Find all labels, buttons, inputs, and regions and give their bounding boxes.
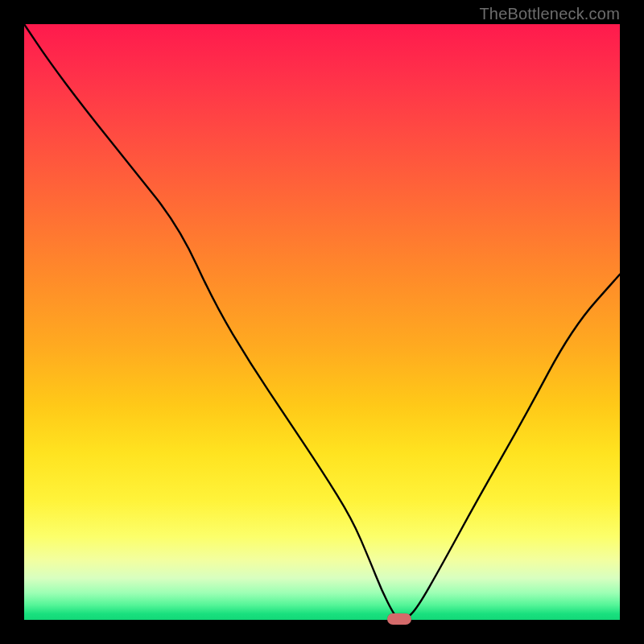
watermark-text: TheBottleneck.com xyxy=(479,5,620,23)
plot-area xyxy=(24,24,620,620)
bottleneck-curve xyxy=(24,24,620,620)
chart-frame: TheBottleneck.com xyxy=(0,0,644,644)
optimum-marker xyxy=(387,613,411,625)
curve-path xyxy=(24,24,620,620)
